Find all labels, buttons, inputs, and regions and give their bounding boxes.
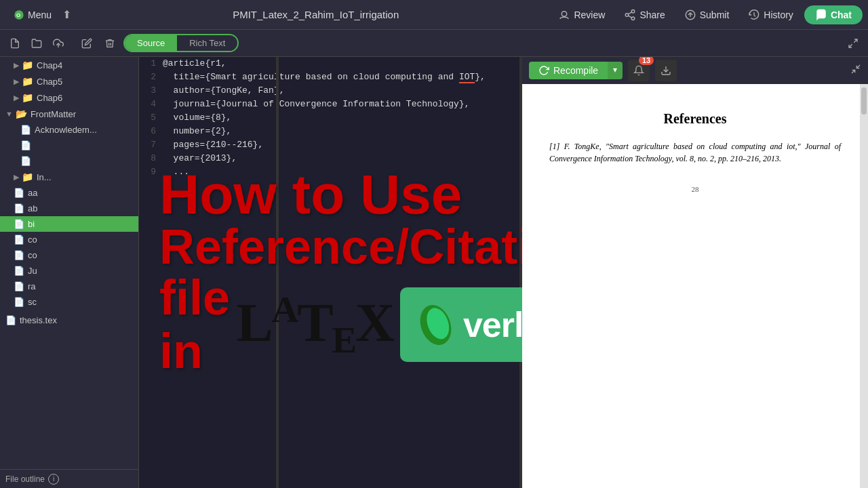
share-label: Share xyxy=(639,9,665,20)
main-area: ▶ 📁 Chap4 ▶ 📁 Chap5 ▶ 📁 Chap6 ▼ 📂 FrontM… xyxy=(0,57,868,488)
sidebar-item-frontmatter[interactable]: ▼ 📂 FrontMatter xyxy=(0,106,138,122)
line-number: 2 xyxy=(139,70,163,84)
reference-details: vol. 8, no. 2, pp. 210–216, 2013. xyxy=(675,154,781,163)
source-rich-toggle: Source Rich Text xyxy=(123,34,239,52)
new-folder-icon[interactable] xyxy=(27,34,46,53)
document-title: PMIT_Latex_2_Rahim_IoT_irrigation xyxy=(81,9,550,20)
nav-right-section: Review Share Submit xyxy=(550,5,868,24)
sidebar-item-file1[interactable]: 📄 xyxy=(0,138,138,153)
file-outline-label[interactable]: File outline i xyxy=(5,474,59,485)
code-editor-area: 1 @article{r1, 2 title={Smart agricultur… xyxy=(139,57,522,488)
svg-line-14 xyxy=(849,44,852,47)
expand-editor-icon[interactable] xyxy=(844,34,863,53)
folder-icon: 📁 xyxy=(22,60,33,70)
rich-text-toggle[interactable]: Rich Text xyxy=(177,35,237,51)
recompile-button[interactable]: Recompile xyxy=(529,62,608,79)
source-toggle[interactable]: Source xyxy=(125,35,177,51)
sidebar-item-bi[interactable]: 📄 bi xyxy=(0,216,138,232)
code-line-2: 2 title={Smart agriculture based on clou… xyxy=(139,70,522,84)
editor-left-resize-handle[interactable] xyxy=(276,57,279,488)
new-file-icon[interactable] xyxy=(5,34,24,53)
review-button[interactable]: Review xyxy=(550,5,613,24)
code-line-4: 4 journal={Journal of Convergence Inform… xyxy=(139,98,522,111)
references-heading: References xyxy=(549,111,841,127)
chat-button[interactable]: Chat xyxy=(804,5,863,24)
svg-text:O: O xyxy=(16,12,20,18)
info-icon[interactable]: i xyxy=(48,474,59,485)
notification-badge: 13 xyxy=(639,57,654,65)
folder-icon: 📁 xyxy=(22,92,33,103)
folder-icon: 📁 xyxy=(22,76,33,87)
chat-icon xyxy=(815,9,827,21)
code-line-5: 5 volume={8}, xyxy=(139,111,522,125)
file-icon: 📄 xyxy=(14,281,24,291)
sidebar-item-ju[interactable]: 📄 Ju xyxy=(0,263,138,279)
file-icon: 📄 xyxy=(14,250,24,260)
upload-icon[interactable]: ⬆ xyxy=(62,8,71,21)
submit-button[interactable]: Submit xyxy=(676,5,738,24)
sidebar-item-file2[interactable]: 📄 xyxy=(0,153,138,169)
sidebar-item-sc[interactable]: 📄 sc xyxy=(0,294,138,310)
svg-point-2 xyxy=(562,11,568,16)
reference-text: [1] F. TongKe, "Smart agriculture based … xyxy=(549,142,801,151)
svg-point-5 xyxy=(632,17,635,20)
preview-area: Recompile ▾ 13 xyxy=(522,57,868,488)
sidebar-item-co2[interactable]: 📄 co xyxy=(0,247,138,263)
sidebar-item-ab[interactable]: 📄 ab xyxy=(0,201,138,216)
share-icon xyxy=(624,9,636,21)
preview-scrollbar-thumb[interactable] xyxy=(861,87,867,115)
sidebar-item-label: thesis.tex xyxy=(20,315,57,325)
svg-line-13 xyxy=(854,39,857,43)
share-button[interactable]: Share xyxy=(616,5,673,24)
line-number: 3 xyxy=(139,84,163,98)
file-icon: 📄 xyxy=(14,203,24,214)
history-label: History xyxy=(764,9,793,20)
line-number: 1 xyxy=(139,57,163,70)
file-icon: 📄 xyxy=(20,156,31,166)
sidebar-item-label: ra xyxy=(28,281,36,291)
arrow-icon: ▶ xyxy=(14,173,19,182)
line-content: ... xyxy=(163,165,522,179)
sidebar-item-chap6[interactable]: ▶ 📁 Chap6 xyxy=(0,89,138,106)
line-content: title={Smart agriculture based on cloud … xyxy=(163,70,522,84)
menu-button[interactable]: O Menu xyxy=(8,7,57,23)
file-icon: 📄 xyxy=(14,188,24,198)
sidebar-item-chap5[interactable]: ▶ 📁 Chap5 xyxy=(0,73,138,89)
sidebar-item-ra[interactable]: 📄 ra xyxy=(0,279,138,294)
sidebar-item-in[interactable]: ▶ 📁 In... xyxy=(0,169,138,185)
recompile-dropdown[interactable]: ▾ xyxy=(608,62,623,79)
code-line-7: 7 pages={210--216}, xyxy=(139,138,522,152)
sidebar-item-co1[interactable]: 📄 co xyxy=(0,232,138,247)
sidebar-item-chap4[interactable]: ▶ 📁 Chap4 xyxy=(0,57,138,73)
arrow-icon: ▶ xyxy=(14,77,19,86)
svg-line-19 xyxy=(856,65,860,68)
sidebar-item-thesis[interactable]: 📄 thesis.tex xyxy=(0,312,138,328)
preview-scrollbar[interactable] xyxy=(860,84,868,488)
svg-point-4 xyxy=(626,13,629,16)
submit-icon xyxy=(684,9,696,21)
upload-icon[interactable] xyxy=(49,34,68,53)
file-outline-text: File outline xyxy=(5,474,45,484)
code-line-8: 8 year={2013}, xyxy=(139,152,522,165)
preview-shrink-icon[interactable] xyxy=(850,64,861,77)
sidebar-item-label: FrontMatter xyxy=(31,109,76,119)
submit-label: Submit xyxy=(700,9,730,20)
sidebar-item-label: Ju xyxy=(28,266,37,276)
editor-toolbar: Source Rich Text xyxy=(0,30,868,57)
folder-icon: 📁 xyxy=(22,171,33,182)
history-icon xyxy=(748,9,760,21)
sidebar-item-label: co xyxy=(28,235,37,245)
recompile-button-group[interactable]: Recompile ▾ xyxy=(529,62,623,79)
preview-download-icon[interactable] xyxy=(655,60,677,81)
file-icon: 📄 xyxy=(14,219,24,229)
trash-icon[interactable] xyxy=(100,34,119,53)
history-button[interactable]: History xyxy=(740,5,802,24)
line-content: pages={210--216}, xyxy=(163,138,522,152)
sidebar-item-aa[interactable]: 📄 aa xyxy=(0,185,138,201)
sidebar-item-acknowledgem[interactable]: 📄 Acknowledem... xyxy=(0,122,138,138)
code-editor[interactable]: 1 @article{r1, 2 title={Smart agricultur… xyxy=(139,57,522,488)
line-number: 6 xyxy=(139,125,163,138)
svg-line-6 xyxy=(629,16,632,18)
pencil-icon[interactable] xyxy=(77,34,96,53)
preview-toolbar: Recompile ▾ 13 xyxy=(522,57,868,84)
